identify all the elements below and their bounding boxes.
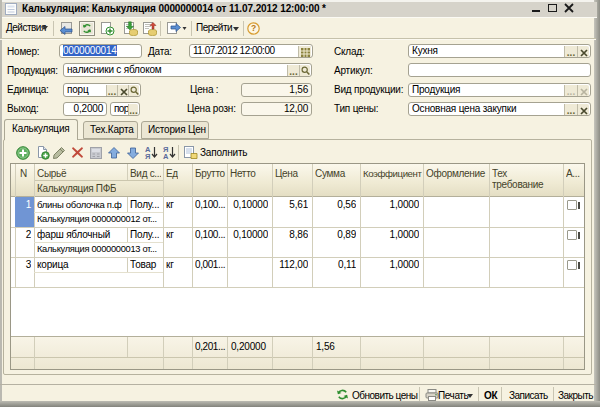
svg-text:А: А: [163, 152, 169, 160]
svg-text:Я: Я: [145, 152, 150, 160]
svg-text:?: ?: [251, 23, 256, 33]
